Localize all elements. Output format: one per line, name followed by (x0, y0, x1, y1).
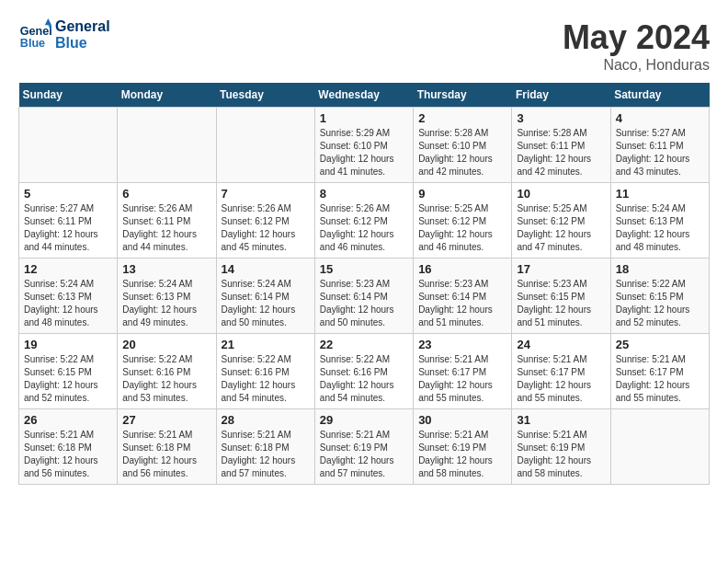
day-number: 1 (320, 111, 408, 125)
day-info: Sunrise: 5:21 AM Sunset: 6:17 PM Dayligh… (418, 353, 506, 405)
logo-icon: General Blue (18, 18, 51, 52)
day-number: 9 (418, 187, 506, 201)
day-info: Sunrise: 5:24 AM Sunset: 6:13 PM Dayligh… (616, 202, 704, 254)
calendar-cell: 5Sunrise: 5:27 AM Sunset: 6:11 PM Daylig… (19, 183, 118, 259)
day-number: 10 (517, 187, 605, 201)
calendar-cell: 19Sunrise: 5:22 AM Sunset: 6:15 PM Dayli… (19, 334, 118, 409)
calendar-cell: 29Sunrise: 5:21 AM Sunset: 6:19 PM Dayli… (314, 409, 413, 485)
calendar-cell: 3Sunrise: 5:28 AM Sunset: 6:11 PM Daylig… (512, 108, 610, 183)
day-info: Sunrise: 5:23 AM Sunset: 6:14 PM Dayligh… (418, 278, 506, 329)
day-number: 7 (222, 187, 310, 201)
weekday-header-friday: Friday (512, 83, 610, 108)
calendar-cell (19, 108, 118, 183)
day-info: Sunrise: 5:26 AM Sunset: 6:11 PM Dayligh… (122, 202, 210, 254)
calendar-cell: 20Sunrise: 5:22 AM Sunset: 6:16 PM Dayli… (118, 334, 216, 409)
calendar-cell: 7Sunrise: 5:26 AM Sunset: 6:12 PM Daylig… (216, 183, 314, 259)
day-info: Sunrise: 5:22 AM Sunset: 6:15 PM Dayligh… (24, 353, 112, 405)
calendar-cell: 31Sunrise: 5:21 AM Sunset: 6:19 PM Dayli… (512, 409, 610, 485)
day-number: 2 (418, 111, 506, 125)
logo: General Blue General Blue (18, 18, 110, 52)
calendar-cell: 30Sunrise: 5:21 AM Sunset: 6:19 PM Dayli… (414, 409, 512, 485)
day-number: 6 (122, 187, 210, 201)
weekday-header-monday: Monday (118, 83, 216, 108)
day-info: Sunrise: 5:22 AM Sunset: 6:16 PM Dayligh… (122, 353, 210, 405)
day-number: 11 (616, 187, 704, 201)
day-number: 28 (222, 413, 310, 427)
day-info: Sunrise: 5:23 AM Sunset: 6:14 PM Dayligh… (320, 278, 408, 329)
logo-blue: Blue (55, 35, 110, 52)
calendar-cell: 22Sunrise: 5:22 AM Sunset: 6:16 PM Dayli… (314, 334, 413, 409)
day-info: Sunrise: 5:21 AM Sunset: 6:17 PM Dayligh… (616, 353, 704, 405)
calendar-cell: 11Sunrise: 5:24 AM Sunset: 6:13 PM Dayli… (610, 183, 709, 259)
day-number: 24 (517, 338, 605, 351)
day-number: 26 (24, 413, 112, 427)
weekday-header-sunday: Sunday (19, 83, 118, 108)
calendar-cell: 2Sunrise: 5:28 AM Sunset: 6:10 PM Daylig… (414, 108, 512, 183)
weekday-header-wednesday: Wednesday (314, 83, 413, 108)
day-info: Sunrise: 5:22 AM Sunset: 6:15 PM Dayligh… (616, 278, 704, 329)
day-info: Sunrise: 5:24 AM Sunset: 6:14 PM Dayligh… (222, 278, 310, 329)
day-number: 20 (122, 338, 210, 351)
day-info: Sunrise: 5:22 AM Sunset: 6:16 PM Dayligh… (320, 353, 408, 405)
calendar-cell: 4Sunrise: 5:27 AM Sunset: 6:11 PM Daylig… (610, 108, 709, 183)
day-info: Sunrise: 5:22 AM Sunset: 6:16 PM Dayligh… (222, 353, 310, 405)
calendar-cell: 25Sunrise: 5:21 AM Sunset: 6:17 PM Dayli… (610, 334, 709, 409)
day-info: Sunrise: 5:21 AM Sunset: 6:19 PM Dayligh… (517, 429, 605, 480)
calendar-week-row: 12Sunrise: 5:24 AM Sunset: 6:13 PM Dayli… (19, 259, 710, 334)
day-number: 5 (24, 187, 112, 201)
day-info: Sunrise: 5:21 AM Sunset: 6:19 PM Dayligh… (320, 429, 408, 480)
calendar-cell: 12Sunrise: 5:24 AM Sunset: 6:13 PM Dayli… (19, 259, 118, 334)
calendar-week-row: 19Sunrise: 5:22 AM Sunset: 6:15 PM Dayli… (19, 334, 710, 409)
calendar-cell (610, 409, 709, 485)
day-info: Sunrise: 5:21 AM Sunset: 6:18 PM Dayligh… (24, 429, 112, 480)
svg-marker-2 (45, 18, 51, 25)
day-number: 31 (517, 413, 605, 427)
calendar-cell: 14Sunrise: 5:24 AM Sunset: 6:14 PM Dayli… (216, 259, 314, 334)
day-info: Sunrise: 5:23 AM Sunset: 6:15 PM Dayligh… (517, 278, 605, 329)
calendar-week-row: 1Sunrise: 5:29 AM Sunset: 6:10 PM Daylig… (19, 108, 710, 183)
svg-text:Blue: Blue (20, 37, 45, 50)
calendar-cell: 26Sunrise: 5:21 AM Sunset: 6:18 PM Dayli… (19, 409, 118, 485)
day-number: 4 (616, 111, 704, 125)
day-number: 16 (418, 262, 506, 276)
weekday-header-row: SundayMondayTuesdayWednesdayThursdayFrid… (19, 83, 710, 108)
calendar-cell: 16Sunrise: 5:23 AM Sunset: 6:14 PM Dayli… (414, 259, 512, 334)
day-info: Sunrise: 5:21 AM Sunset: 6:18 PM Dayligh… (222, 429, 310, 480)
day-number: 27 (122, 413, 210, 427)
day-info: Sunrise: 5:27 AM Sunset: 6:11 PM Dayligh… (24, 202, 112, 254)
day-info: Sunrise: 5:25 AM Sunset: 6:12 PM Dayligh… (418, 202, 506, 254)
day-number: 18 (616, 262, 704, 276)
calendar-cell (216, 108, 314, 183)
day-info: Sunrise: 5:28 AM Sunset: 6:11 PM Dayligh… (517, 127, 605, 178)
day-info: Sunrise: 5:21 AM Sunset: 6:19 PM Dayligh… (418, 429, 506, 480)
day-info: Sunrise: 5:26 AM Sunset: 6:12 PM Dayligh… (320, 202, 408, 254)
calendar-table: SundayMondayTuesdayWednesdayThursdayFrid… (18, 83, 710, 485)
day-info: Sunrise: 5:25 AM Sunset: 6:12 PM Dayligh… (517, 202, 605, 254)
calendar-cell: 18Sunrise: 5:22 AM Sunset: 6:15 PM Dayli… (610, 259, 709, 334)
day-info: Sunrise: 5:26 AM Sunset: 6:12 PM Dayligh… (222, 202, 310, 254)
day-number: 25 (616, 338, 704, 351)
day-info: Sunrise: 5:28 AM Sunset: 6:10 PM Dayligh… (418, 127, 506, 178)
day-number: 29 (320, 413, 408, 427)
calendar-cell (118, 108, 216, 183)
weekday-header-thursday: Thursday (414, 83, 512, 108)
day-number: 30 (418, 413, 506, 427)
page-header: General Blue General Blue May 2024 Naco,… (18, 18, 710, 74)
day-number: 23 (418, 338, 506, 351)
day-info: Sunrise: 5:27 AM Sunset: 6:11 PM Dayligh… (616, 127, 704, 178)
calendar-cell: 1Sunrise: 5:29 AM Sunset: 6:10 PM Daylig… (314, 108, 413, 183)
day-info: Sunrise: 5:21 AM Sunset: 6:17 PM Dayligh… (517, 353, 605, 405)
day-info: Sunrise: 5:24 AM Sunset: 6:13 PM Dayligh… (24, 278, 112, 329)
calendar-cell: 15Sunrise: 5:23 AM Sunset: 6:14 PM Dayli… (314, 259, 413, 334)
day-number: 22 (320, 338, 408, 351)
day-number: 13 (122, 262, 210, 276)
day-number: 19 (24, 338, 112, 351)
location: Naco, Honduras (563, 57, 710, 74)
calendar-cell: 23Sunrise: 5:21 AM Sunset: 6:17 PM Dayli… (414, 334, 512, 409)
title-block: May 2024 Naco, Honduras (563, 18, 710, 74)
calendar-cell: 17Sunrise: 5:23 AM Sunset: 6:15 PM Dayli… (512, 259, 610, 334)
day-info: Sunrise: 5:29 AM Sunset: 6:10 PM Dayligh… (320, 127, 408, 178)
calendar-week-row: 26Sunrise: 5:21 AM Sunset: 6:18 PM Dayli… (19, 409, 710, 485)
calendar-cell: 21Sunrise: 5:22 AM Sunset: 6:16 PM Dayli… (216, 334, 314, 409)
day-number: 15 (320, 262, 408, 276)
